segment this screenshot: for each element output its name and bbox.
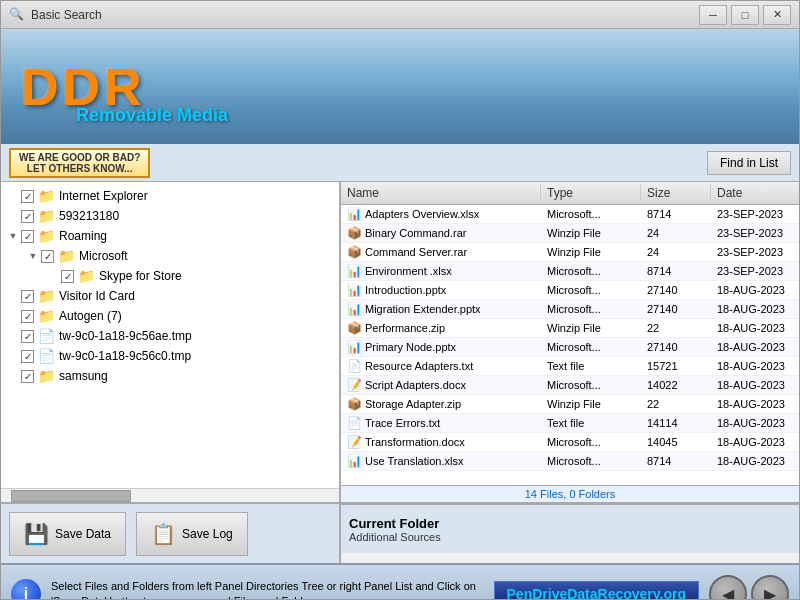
file-name: Storage Adapter.zip [365, 398, 461, 410]
table-row[interactable]: 📊 Primary Node.pptx Microsoft... 27140 1… [341, 338, 799, 357]
table-row[interactable]: 📦 Performance.zip Winzip File 22 18-AUG-… [341, 319, 799, 338]
tree-checkbox[interactable] [61, 270, 74, 283]
tree-item-label: Skype for Store [99, 269, 182, 283]
action-buttons-area: 💾 Save Data 📋 Save Log [1, 503, 341, 563]
maximize-button[interactable]: □ [731, 5, 759, 25]
save-data-icon: 💾 [24, 522, 49, 546]
tree-item-label: Roaming [59, 229, 107, 243]
tree-checkbox[interactable] [41, 250, 54, 263]
forward-button[interactable]: ▶ [751, 575, 789, 600]
file-name-cell: 📦 Binary Command.rar [341, 224, 541, 242]
table-row[interactable]: 📊 Environment .xlsx Microsoft... 8714 23… [341, 262, 799, 281]
folder-icon: 📁 [38, 188, 55, 204]
tree-expand-icon[interactable]: ▼ [25, 248, 41, 264]
file-name-cell: 📊 Introduction.pptx [341, 281, 541, 299]
file-date-cell: 23-SEP-2023 [711, 243, 799, 261]
file-type-icon: 📦 [347, 245, 362, 259]
tree-checkbox[interactable] [21, 210, 34, 223]
tree-item[interactable]: 📁 593213180 [1, 206, 339, 226]
tree-item-label: tw-9c0-1a18-9c56c0.tmp [59, 349, 191, 363]
save-log-icon: 📋 [151, 522, 176, 546]
table-row[interactable]: 📊 Migration Extender.pptx Microsoft... 2… [341, 300, 799, 319]
tree-expand-icon[interactable] [5, 208, 21, 224]
table-row[interactable]: 📝 Script Adapters.docx Microsoft... 1402… [341, 376, 799, 395]
tree-checkbox[interactable] [21, 310, 34, 323]
tree-hscrollbar-thumb[interactable] [11, 490, 131, 502]
tree-item[interactable]: 📁 Skype for Store [1, 266, 339, 286]
tree-expand-icon[interactable] [5, 188, 21, 204]
table-row[interactable]: 📦 Storage Adapter.zip Winzip File 22 18-… [341, 395, 799, 414]
tree-checkbox[interactable] [21, 290, 34, 303]
col-date[interactable]: Date [711, 184, 799, 202]
tree-item[interactable]: ▼ 📁 Roaming [1, 226, 339, 246]
file-name: Use Translation.xlsx [365, 455, 463, 467]
website-badge[interactable]: PenDriveDataRecovery.org [494, 581, 699, 600]
tree-item[interactable]: ▼ 📁 Microsoft [1, 246, 339, 266]
current-folder-path: Additional Sources [349, 531, 791, 543]
tree-item[interactable]: 📄 tw-9c0-1a18-9c56c0.tmp [1, 346, 339, 366]
tree-expand-icon[interactable] [5, 368, 21, 384]
tree-checkbox[interactable] [21, 370, 34, 383]
table-row[interactable]: 📄 Trace Errors.txt Text file 14114 18-AU… [341, 414, 799, 433]
save-data-button[interactable]: 💾 Save Data [9, 512, 126, 556]
close-button[interactable]: ✕ [763, 5, 791, 25]
tree-item[interactable]: 📁 Internet Explorer [1, 186, 339, 206]
table-row[interactable]: 📊 Adapters Overview.xlsx Microsoft... 87… [341, 205, 799, 224]
file-name-cell: 📦 Performance.zip [341, 319, 541, 337]
file-size-cell: 8714 [641, 262, 711, 280]
title-bar: 🔍 Basic Search ─ □ ✕ [1, 1, 799, 29]
file-date-cell: 18-AUG-2023 [711, 319, 799, 337]
tree-expand-icon[interactable]: ▼ [5, 228, 21, 244]
tree-item[interactable]: 📁 Visitor Id Card [1, 286, 339, 306]
tree-checkbox[interactable] [21, 230, 34, 243]
tree-checkbox[interactable] [21, 350, 34, 363]
tree-item[interactable]: 📁 samsung [1, 366, 339, 386]
file-size-cell: 14022 [641, 376, 711, 394]
tree-expand-icon[interactable] [5, 308, 21, 324]
table-row[interactable]: 📦 Command Server.rar Winzip File 24 23-S… [341, 243, 799, 262]
folder-icon: 📁 [38, 288, 55, 304]
back-button[interactable]: ◀ [709, 575, 747, 600]
file-type-cell: Winzip File [541, 224, 641, 242]
tree-expand-icon[interactable] [45, 268, 61, 284]
tree-item[interactable]: 📁 Autogen (7) [1, 306, 339, 326]
col-type[interactable]: Type [541, 184, 641, 202]
file-name: Performance.zip [365, 322, 445, 334]
file-size-cell: 14114 [641, 414, 711, 432]
file-date-cell: 18-AUG-2023 [711, 300, 799, 318]
find-in-list-button[interactable]: Find in List [707, 151, 791, 175]
tree-scroll[interactable]: 📁 Internet Explorer 📁 593213180 ▼ 📁 Roam… [1, 182, 339, 488]
tree-expand-icon[interactable] [5, 288, 21, 304]
save-log-button[interactable]: 📋 Save Log [136, 512, 248, 556]
table-row[interactable]: 📦 Binary Command.rar Winzip File 24 23-S… [341, 224, 799, 243]
nav-buttons: ◀ ▶ [709, 575, 789, 600]
tree-item-label: samsung [59, 369, 108, 383]
tree-expand-icon[interactable] [5, 348, 21, 364]
we-are-good-button[interactable]: WE ARE GOOD OR BAD? LET OTHERS KNOW... [9, 148, 150, 178]
file-name-cell: 📄 Resource Adapters.txt [341, 357, 541, 375]
file-type-cell: Microsoft... [541, 300, 641, 318]
file-list[interactable]: 📊 Adapters Overview.xlsx Microsoft... 87… [341, 205, 799, 485]
table-row[interactable]: 📊 Use Translation.xlsx Microsoft... 8714… [341, 452, 799, 471]
tree-checkbox[interactable] [21, 190, 34, 203]
file-name: Trace Errors.txt [365, 417, 440, 429]
table-row[interactable]: 📝 Transformation.docx Microsoft... 14045… [341, 433, 799, 452]
tree-item-label: Visitor Id Card [59, 289, 135, 303]
tree-hscrollbar[interactable] [1, 488, 339, 502]
file-panel: Name Type Size Date Time ▲ 📊 Adapters Ov… [341, 182, 799, 502]
file-type-icon: 📊 [347, 207, 362, 221]
tree-expand-icon[interactable] [5, 328, 21, 344]
tree-checkbox[interactable] [21, 330, 34, 343]
table-row[interactable]: 📊 Introduction.pptx Microsoft... 27140 1… [341, 281, 799, 300]
toolbar: WE ARE GOOD OR BAD? LET OTHERS KNOW... F… [1, 144, 799, 182]
file-type-cell: Microsoft... [541, 281, 641, 299]
file-date-cell: 23-SEP-2023 [711, 224, 799, 242]
file-name-cell: 📄 Trace Errors.txt [341, 414, 541, 432]
tree-panel: 📁 Internet Explorer 📁 593213180 ▼ 📁 Roam… [1, 182, 341, 502]
col-name[interactable]: Name [341, 184, 541, 202]
table-row[interactable]: 📄 Resource Adapters.txt Text file 15721 … [341, 357, 799, 376]
current-folder-title: Current Folder [349, 516, 791, 531]
tree-item[interactable]: 📄 tw-9c0-1a18-9c56ae.tmp [1, 326, 339, 346]
minimize-button[interactable]: ─ [699, 5, 727, 25]
col-size[interactable]: Size [641, 184, 711, 202]
